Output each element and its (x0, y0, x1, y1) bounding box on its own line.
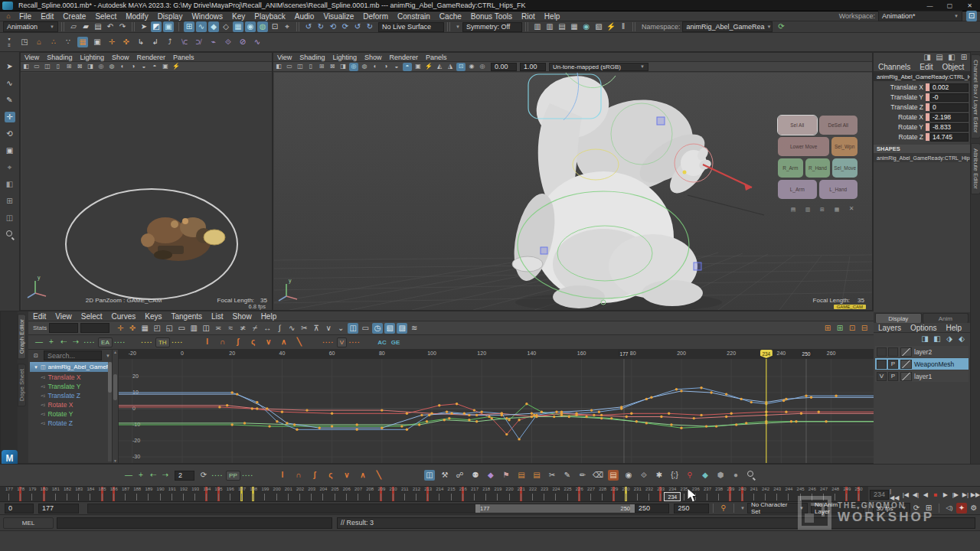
frame-tick[interactable] (20, 494, 21, 500)
gamma-icon[interactable]: ◎ (478, 63, 487, 71)
wireframe-icon[interactable]: ◒ (139, 63, 149, 71)
pre-infinity-icon[interactable]: ▧ (384, 323, 395, 334)
step-forward-frame-button[interactable]: ▶| (961, 489, 969, 500)
channel-name[interactable]: Translate Z (875, 103, 926, 111)
channel-name[interactable]: Translate X (875, 83, 926, 91)
step-tangent-icon[interactable]: ∫ (274, 323, 285, 334)
symmetry-field[interactable]: Symmetry: Off (462, 22, 522, 32)
frame-tick[interactable] (113, 494, 114, 500)
frame-tick[interactable] (160, 494, 161, 500)
textured-icon[interactable]: ▣ (161, 63, 170, 71)
file-new-icon[interactable]: ▱ (68, 21, 79, 32)
vpl-menu-renderer[interactable]: Renderer (132, 54, 169, 61)
move-tool-icon[interactable]: ✛ (5, 112, 15, 122)
shape-node-name[interactable]: animRig_Abel_GameReady:CTRL_Hips_FKShape (874, 153, 970, 162)
device-icon[interactable]: ▣ (92, 37, 103, 47)
sphere-icon[interactable]: ● (730, 470, 741, 481)
frame-tick[interactable] (427, 494, 428, 500)
layout-split-icon[interactable]: ◫ (5, 213, 15, 223)
universal-manip-icon[interactable]: ⌖ (5, 162, 15, 173)
frame-tick[interactable] (660, 494, 661, 500)
layer-menu-layers[interactable]: Layers (874, 324, 906, 332)
ge-button[interactable]: GE (391, 339, 400, 346)
frame-tick[interactable] (230, 494, 230, 500)
select-tool-icon[interactable]: ➤ (5, 61, 15, 72)
frame-tick[interactable] (846, 494, 847, 500)
outliner-channel-rotate-z[interactable]: ◅Rotate Z (28, 419, 112, 428)
frame-tick[interactable] (555, 494, 556, 500)
picker-button-sel-move[interactable]: Sel_Move (832, 158, 858, 178)
stats-frame-field[interactable] (49, 323, 78, 333)
exposure-field[interactable]: 0.00 (491, 63, 517, 71)
layer-name[interactable]: layer2 (914, 348, 932, 356)
menu-edit[interactable]: Edit (36, 12, 58, 21)
region-tool-icon[interactable]: ◰ (152, 323, 162, 334)
frame-tick[interactable] (613, 494, 614, 500)
layer-color-swatch[interactable] (900, 372, 912, 381)
graph-time-ruler[interactable]: -200204060801001201401601802002202402601… (119, 350, 874, 359)
insert-key-icon[interactable]: ✜ (121, 37, 132, 47)
layer-playback-toggle[interactable] (888, 347, 898, 357)
playback-end-field[interactable]: 250 (635, 504, 669, 514)
tangent-clamped-icon[interactable]: ∩ (217, 337, 228, 347)
grid2-icon[interactable]: ⊞ (959, 52, 969, 63)
frame-tick[interactable] (648, 494, 649, 500)
scroll-down-icon[interactable]: ▼ (113, 458, 118, 463)
zoom-tool-icon[interactable] (5, 230, 15, 240)
camera-lock-icon[interactable]: ▭ (32, 63, 41, 71)
outliner-node-row[interactable]: ▼ ◫ animRig_Abel_GameReady (30, 362, 110, 372)
outliner-channel-translate-y[interactable]: ◅Translate Y (28, 382, 112, 391)
render-view-icon[interactable]: ▥ (532, 21, 543, 32)
outliner-channel-rotate-x[interactable]: ◅Rotate X (28, 400, 112, 409)
tangent-fixed-icon[interactable]: ╲ (374, 470, 384, 481)
screen-keys-icon[interactable]: ◳ (19, 37, 30, 47)
outliner-search-input[interactable]: Search... (44, 350, 102, 360)
frame-tick[interactable] (684, 494, 684, 500)
layout-single-icon[interactable]: ◧ (5, 179, 15, 190)
safe-title-icon[interactable]: ◑ (129, 63, 138, 71)
frame-tick[interactable] (183, 494, 184, 500)
tangent-flat-icon[interactable]: ς (248, 337, 259, 347)
pp-button[interactable]: PP (226, 471, 240, 481)
chevron-down-icon[interactable]: ▼ (456, 24, 460, 29)
tangent-linear-icon[interactable]: ʃ (309, 470, 320, 481)
frame-tick[interactable] (90, 494, 90, 500)
v-button[interactable]: V (337, 337, 347, 347)
right-viewport-canvas[interactable]: y Sel AllDeSel AllLower MoveSel_WpnR_Arm… (274, 73, 872, 310)
expand-icon[interactable]: ▼ (34, 365, 38, 370)
camera-icon[interactable]: ▭ (285, 63, 294, 71)
auto-tangent-icon[interactable]: ≍ (213, 323, 224, 334)
channel-value-field[interactable]: -8.833 (930, 123, 969, 132)
frame-tick[interactable] (322, 494, 323, 500)
hammer-icon[interactable]: ⚒ (439, 470, 450, 481)
frame-tick[interactable] (194, 494, 195, 500)
go-to-end-button[interactable]: ▶▶| (971, 489, 980, 500)
anim-layer-dropdown[interactable]: No Anim Layer▼ (811, 503, 864, 514)
braces-icon[interactable]: {;} (669, 470, 680, 481)
key-ticks-size-field[interactable]: 2 (175, 471, 194, 481)
menu-modify[interactable]: Modify (121, 12, 152, 21)
field-chart-icon[interactable]: ◍ (360, 63, 369, 71)
channel-mute-icon[interactable]: ◅ (41, 411, 44, 417)
animation-end-field[interactable]: 250 (674, 504, 708, 514)
tangent-plateau-icon[interactable]: ∧ (279, 337, 289, 347)
resolution-gate-icon[interactable]: ◨ (86, 63, 95, 71)
poly-icon[interactable]: ⬢ (715, 470, 726, 481)
shaded-icon[interactable]: ◓ (150, 63, 159, 71)
lighting-icon[interactable]: ⚡ (424, 63, 433, 71)
center-view-icon[interactable]: ◫ (201, 323, 211, 334)
select-hierarchy-icon[interactable]: ➤ (139, 21, 149, 32)
frame-tick[interactable] (812, 494, 812, 500)
file-save-icon[interactable]: ▤ (93, 21, 103, 32)
layer-menu-options[interactable]: Options (906, 324, 941, 332)
outliner-channel-rotate-y[interactable]: ◅Rotate Y (28, 409, 112, 419)
gate-mask-icon[interactable]: ◎ (96, 63, 106, 71)
frame-tick[interactable] (439, 494, 439, 500)
frame-tick[interactable] (148, 494, 149, 500)
frame-tick[interactable] (369, 494, 370, 500)
gate-mask-icon[interactable]: ◎ (349, 63, 358, 71)
next-key-icon[interactable]: ⇢ (70, 337, 81, 347)
hypershade-icon[interactable]: ▧ (593, 21, 604, 32)
tangent-linear-icon[interactable]: ʃ (233, 337, 243, 347)
record-icon[interactable]: ◉ (623, 470, 634, 481)
